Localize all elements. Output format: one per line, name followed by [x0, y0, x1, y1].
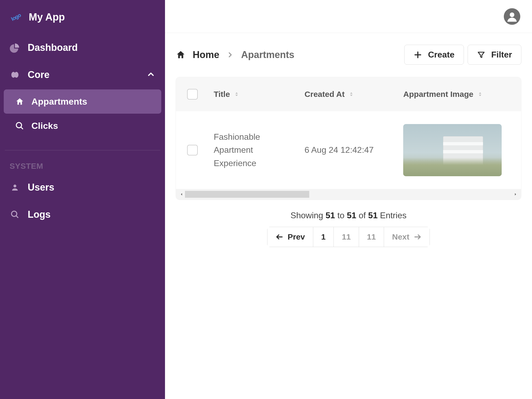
column-header-title[interactable]: Title	[214, 90, 304, 99]
nav-users[interactable]: Users	[4, 174, 161, 201]
page-header: Home Apartments Create Filter	[176, 45, 521, 65]
primary-nav: Dashboard Core Appartments Clicks	[0, 34, 165, 138]
pie-chart-icon	[10, 42, 20, 53]
svg-point-1	[14, 72, 19, 78]
arrow-left-icon	[275, 233, 283, 241]
prev-page-button[interactable]: Prev	[267, 227, 313, 247]
nav-core-children: Appartments Clicks	[4, 89, 161, 138]
column-label: Created At	[304, 90, 345, 99]
app-logo: logo	[7, 9, 25, 26]
page-number-button[interactable]: 11	[359, 227, 384, 247]
button-label: Prev	[288, 232, 305, 241]
breadcrumb: Home Apartments	[176, 49, 294, 60]
section-label-system: SYSTEM	[0, 158, 165, 174]
app-name: My App	[29, 11, 65, 23]
status-end: 51	[347, 211, 356, 220]
arrow-right-icon	[414, 233, 422, 241]
search-icon	[15, 121, 24, 131]
sort-icon	[348, 91, 354, 98]
row-checkbox[interactable]	[187, 145, 198, 155]
nav-label: Appartments	[31, 96, 87, 107]
cell-title: Fashionable Apartment Experience	[214, 130, 283, 170]
svg-line-3	[21, 127, 23, 129]
topbar	[165, 0, 532, 33]
sort-icon	[234, 91, 240, 98]
home-icon	[176, 50, 186, 60]
sort-icon	[477, 91, 483, 98]
nav-logs[interactable]: Logs	[4, 201, 161, 228]
cell-created-at: 6 Aug 24 12:42:47	[304, 143, 374, 157]
caret-left-icon[interactable]	[178, 191, 185, 198]
status-text: Entries	[380, 211, 407, 220]
breadcrumb-home[interactable]: Home	[193, 49, 219, 60]
caret-right-icon[interactable]	[512, 191, 519, 198]
filter-button[interactable]: Filter	[468, 45, 521, 65]
pagination: Prev 1 11 11 Next	[176, 227, 521, 247]
create-button[interactable]: Create	[404, 45, 464, 65]
chevron-up-icon	[146, 70, 155, 80]
nav-appartments[interactable]: Appartments	[4, 89, 161, 114]
nav-label: Logs	[28, 209, 155, 220]
home-icon	[15, 97, 24, 106]
status-total: 51	[368, 211, 378, 220]
avatar[interactable]	[504, 8, 520, 25]
nav-label: Clicks	[31, 121, 58, 131]
nav-dashboard[interactable]: Dashboard	[4, 34, 161, 61]
button-label: Next	[392, 232, 409, 241]
column-label: Appartment Image	[403, 90, 473, 99]
sidebar-header: logo My App	[0, 0, 165, 34]
horizontal-scrollbar[interactable]	[176, 189, 521, 200]
column-header-image[interactable]: Appartment Image	[403, 90, 510, 99]
column-header-created-at[interactable]: Created At	[304, 90, 403, 99]
page-actions: Create Filter	[404, 45, 521, 65]
svg-marker-10	[478, 52, 484, 57]
data-table: Title Created At Appartment Image	[176, 77, 521, 200]
select-all-checkbox[interactable]	[187, 89, 198, 100]
table-header-row: Title Created At Appartment Image	[176, 77, 521, 111]
nav-label: Users	[28, 182, 155, 193]
chevron-right-icon	[226, 51, 234, 59]
status-text: to	[337, 211, 345, 220]
brain-icon	[10, 69, 20, 80]
svg-point-7	[510, 12, 514, 17]
search-icon	[10, 209, 20, 220]
table-row[interactable]: Fashionable Apartment Experience 6 Aug 2…	[176, 111, 521, 189]
page-content: Home Apartments Create Filter	[165, 33, 532, 259]
breadcrumb-current: Apartments	[241, 49, 294, 60]
page-number-button[interactable]: 11	[334, 227, 359, 247]
button-label: Filter	[491, 50, 512, 60]
svg-point-4	[14, 184, 17, 187]
user-icon	[10, 182, 20, 193]
page-number-button[interactable]: 1	[313, 227, 334, 247]
status-text: Showing	[291, 211, 323, 220]
button-label: Create	[428, 50, 455, 60]
scrollbar-track[interactable]	[185, 191, 512, 198]
nav-label: Dashboard	[28, 42, 155, 53]
filter-icon	[477, 51, 485, 59]
next-page-button[interactable]: Next	[384, 227, 430, 247]
column-label: Title	[214, 90, 230, 99]
svg-line-6	[16, 216, 18, 217]
scrollbar-thumb[interactable]	[185, 191, 309, 198]
system-nav: Users Logs	[0, 174, 165, 228]
plus-icon	[414, 51, 422, 59]
status-text: of	[359, 211, 366, 220]
nav-label: Core	[28, 69, 139, 80]
cell-image-thumbnail[interactable]	[403, 124, 502, 176]
sidebar: logo My App Dashboard Core Appartments	[0, 0, 165, 399]
main-content: Home Apartments Create Filter	[165, 0, 532, 399]
pagination-status: Showing 51 to 51 of 51 Entries	[176, 211, 521, 220]
divider	[5, 150, 160, 150]
nav-core[interactable]: Core	[4, 61, 161, 88]
nav-clicks[interactable]: Clicks	[4, 114, 161, 138]
status-start: 51	[325, 211, 335, 220]
